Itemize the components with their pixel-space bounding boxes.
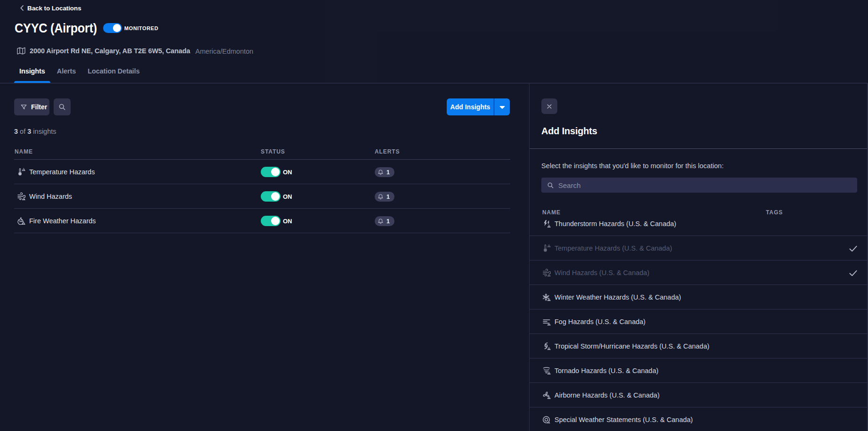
map-icon (17, 47, 25, 55)
insight-option-name: Airborne Hazards (U.S. & Canada) (555, 391, 659, 399)
alert-count: 1 (386, 194, 390, 200)
tab-alerts[interactable]: Alerts (52, 65, 81, 83)
timezone-text: America/Edmonton (195, 47, 253, 55)
address-row: 2000 Airport Rd NE, Calgary, AB T2E 6W5,… (17, 47, 195, 55)
bell-icon (378, 194, 384, 200)
temperature-hazard-icon (17, 168, 25, 176)
search-button[interactable] (54, 98, 71, 115)
drawer-row-special-weather[interactable]: Special Weather Statements (U.S. & Canad… (530, 407, 868, 431)
insight-option-name: Temperature Hazards (U.S. & Canada) (555, 244, 672, 252)
alerts-badge[interactable]: 1 (375, 216, 394, 226)
alert-count: 1 (386, 169, 390, 176)
toggle-knob (271, 192, 280, 201)
insight-option-name: Special Weather Statements (U.S. & Canad… (555, 416, 693, 423)
drawer-row-tropical-storm[interactable]: Tropical Storm/Hurricane Hazards (U.S. &… (530, 334, 868, 358)
column-header-name: NAME (15, 148, 33, 155)
monitored-toggle[interactable] (103, 23, 122, 33)
column-header-alerts: ALERTS (375, 148, 400, 155)
bell-icon (378, 218, 384, 225)
search-icon (547, 182, 554, 189)
search-icon (58, 103, 66, 111)
header-overlay-a (326, 0, 778, 32)
drawer-row-temperature[interactable]: Temperature Hazards (U.S. & Canada) (530, 236, 868, 260)
address-text: 2000 Airport Rd NE, Calgary, AB T2E 6W5,… (30, 47, 190, 55)
wind-hazard-icon (542, 268, 551, 277)
page-title: CYYC (Airport) (15, 21, 97, 36)
wind-hazard-icon (17, 192, 25, 201)
alerts-badge[interactable]: 1 (375, 192, 394, 202)
chevron-left-icon (20, 5, 24, 11)
count-noun: insights (33, 128, 56, 135)
filter-button-label: Filter (31, 103, 47, 111)
tornado-hazard-icon (542, 366, 551, 375)
thunderstorm-hazard-icon (542, 220, 551, 228)
insight-option-name: Tornado Hazards (U.S. & Canada) (555, 367, 659, 374)
status-toggle[interactable] (261, 216, 281, 226)
tropical-storm-hurricane-hazard-icon (542, 342, 551, 350)
drawer-description: Select the insights that you'd like to m… (541, 162, 723, 170)
insight-option-name: Tropical Storm/Hurricane Hazards (U.S. &… (555, 342, 709, 350)
status-toggle[interactable] (261, 191, 281, 202)
drawer-row-tornado[interactable]: Tornado Hazards (U.S. & Canada) (530, 358, 868, 383)
count-shown: 3 (14, 128, 18, 135)
special-weather-statements-icon (542, 415, 551, 424)
count-total: 3 (27, 128, 31, 135)
status-label: ON (283, 218, 292, 225)
fire-weather-hazard-icon (17, 217, 25, 225)
column-header-status: STATUS (261, 148, 285, 155)
insight-option-name: Winter Weather Hazards (U.S. & Canada) (555, 293, 681, 301)
header-overlay-b (326, 32, 377, 83)
monitored-label: MONITORED (124, 25, 158, 31)
drawer-row-winter-weather[interactable]: Winter Weather Hazards (U.S. & Canada) (530, 285, 868, 309)
drawer-search-field[interactable] (541, 178, 857, 193)
bell-icon (378, 169, 384, 176)
drawer-search-input[interactable] (558, 181, 831, 189)
insight-option-name: Wind Hazards (U.S. & Canada) (555, 269, 649, 276)
insights-count-summary: 3 of 3 insights (14, 128, 56, 135)
filter-icon (20, 104, 27, 111)
alerts-badge[interactable]: 1 (375, 167, 394, 177)
add-insights-dropdown-button[interactable] (494, 98, 510, 115)
table-row-temperature-hazards[interactable]: Temperature Hazards ON 1 (14, 160, 510, 184)
tab-insights[interactable]: Insights (14, 65, 50, 83)
temperature-hazard-icon (542, 244, 551, 252)
drawer-title: Add Insights (541, 126, 597, 137)
back-link-label: Back to Locations (27, 5, 81, 12)
table-row-wind-hazards[interactable]: Wind Hazards ON 1 (14, 184, 510, 209)
alert-count: 1 (386, 218, 390, 225)
toggle-knob (271, 217, 280, 225)
close-icon (546, 103, 553, 110)
insight-option-name: Fog Hazards (U.S. & Canada) (555, 318, 645, 325)
insight-option-name: Thunderstorm Hazards (U.S. & Canada) (555, 220, 676, 228)
tab-bar: Insights Alerts Location Details (14, 65, 146, 83)
drawer-row-thunderstorm[interactable]: Thunderstorm Hazards (U.S. & Canada) (530, 211, 868, 236)
filter-button[interactable]: Filter (14, 98, 49, 115)
drawer-row-wind[interactable]: Wind Hazards (U.S. & Canada) (530, 260, 868, 285)
insight-name: Temperature Hazards (29, 168, 95, 176)
check-icon (849, 245, 857, 252)
table-row-fire-weather-hazards[interactable]: Fire Weather Hazards ON 1 (14, 209, 510, 233)
insight-name: Wind Hazards (29, 193, 72, 200)
airborne-hazard-icon (542, 391, 551, 399)
back-to-locations-link[interactable]: Back to Locations (20, 4, 81, 12)
count-of-word: of (20, 128, 25, 135)
status-label: ON (283, 169, 292, 176)
drawer-row-fog[interactable]: Fog Hazards (U.S. & Canada) (530, 309, 868, 334)
winter-weather-hazard-icon (542, 293, 551, 301)
insight-name: Fire Weather Hazards (29, 217, 96, 225)
fog-hazard-icon (542, 317, 551, 326)
add-insights-drawer: Add Insights Select the insights that yo… (529, 83, 868, 431)
caret-down-icon (499, 106, 505, 109)
status-toggle[interactable] (261, 167, 281, 177)
toggle-knob (113, 24, 121, 32)
tab-location-details[interactable]: Location Details (82, 65, 145, 83)
toggle-knob (271, 168, 280, 176)
check-icon (849, 270, 857, 276)
close-drawer-button[interactable] (541, 98, 557, 114)
drawer-title-divider (530, 148, 868, 149)
add-insights-button[interactable]: Add Insights (447, 98, 494, 115)
add-insights-split-button: Add Insights (447, 98, 510, 115)
drawer-row-airborne[interactable]: Airborne Hazards (U.S. & Canada) (530, 383, 868, 407)
status-label: ON (283, 193, 292, 200)
